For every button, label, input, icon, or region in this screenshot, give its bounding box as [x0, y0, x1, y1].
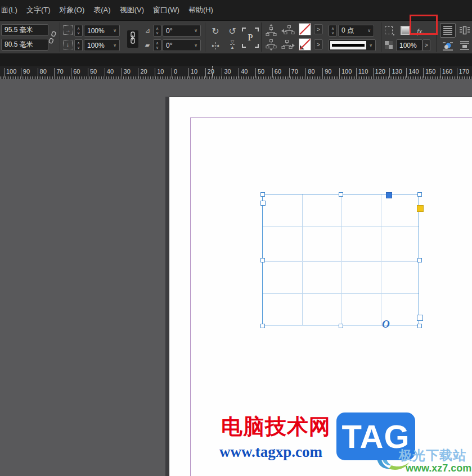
shear-combo[interactable]: 0°∨ — [163, 39, 201, 51]
dropdown-icon[interactable]: ∨ — [113, 28, 116, 33]
corner-options-icon[interactable] — [385, 26, 393, 34]
triangle-up: ▲ — [230, 44, 235, 50]
scale-x-stepper[interactable]: ∧∨ — [74, 25, 83, 37]
rotate-ccw-glyph: ↺ — [228, 26, 236, 37]
stroke-style-select[interactable]: ∨ — [329, 39, 376, 51]
menu-item-table[interactable]: 表(A) — [93, 5, 110, 15]
control-panel: 95.5 毫米 80.5 毫米 → ↓ ∧∨ ∧∨ 100%∨ 100%∨ ⊿ … — [0, 20, 472, 53]
rotate-ccw-icon[interactable]: ↺ — [226, 25, 239, 37]
selection-handle[interactable] — [417, 324, 422, 328]
select-container-icon[interactable] — [264, 24, 278, 36]
wrap-object-shape-button[interactable] — [440, 39, 456, 53]
menu-item-object[interactable]: 对象(O) — [60, 5, 85, 15]
stroke-weight-combo[interactable]: 0 点∨ — [338, 25, 374, 37]
select-next-object-icon[interactable] — [281, 39, 295, 51]
stepper-down-icon[interactable]: ∨ — [156, 31, 159, 35]
height-value: 80.5 毫米 — [5, 40, 33, 49]
wrap-bounding-box-button[interactable] — [458, 24, 471, 37]
divider — [205, 22, 205, 52]
width-value: 95.5 毫米 — [5, 25, 33, 35]
reference-point-icon[interactable]: P — [242, 28, 259, 48]
rotate-cw-icon[interactable]: ↻ — [209, 25, 222, 37]
stroke-options-button[interactable]: > — [314, 39, 323, 49]
width-field[interactable]: 95.5 毫米 — [1, 24, 48, 36]
select-previous-object-icon[interactable] — [281, 24, 295, 36]
menu-item-window[interactable]: 窗口(W) — [153, 5, 179, 15]
site-name: 极光下载站 — [399, 447, 466, 464]
corner-options-widget[interactable] — [417, 205, 424, 212]
stepper-up-icon[interactable]: ∧ — [156, 26, 159, 31]
reference-letter: P — [248, 33, 253, 43]
rotation-combo[interactable]: 0°∨ — [163, 25, 201, 37]
scale-x-combo[interactable]: 100%∨ — [84, 25, 120, 37]
horizontal-ruler[interactable]: 1009080706050403020100102030405060708090… — [0, 66, 472, 79]
select-content-icon[interactable] — [264, 39, 278, 51]
active-handle[interactable] — [386, 192, 392, 198]
dropdown-icon[interactable]: ∨ — [113, 43, 116, 48]
selection-handle[interactable] — [260, 324, 265, 328]
stepper-up-icon[interactable]: ∧ — [77, 41, 80, 46]
rotate-cw-glyph: ↻ — [212, 26, 219, 37]
selection-handle[interactable] — [417, 315, 423, 321]
height-field[interactable]: 80.5 毫米 — [1, 39, 48, 51]
triangle-glyph: ⊿ — [145, 27, 150, 34]
selection-handle[interactable] — [260, 258, 265, 262]
fill-options-button[interactable]: > — [314, 24, 323, 34]
wrap-jump-object-button[interactable] — [458, 39, 471, 52]
stepper-down-icon[interactable]: ∨ — [331, 31, 334, 35]
selection-handle[interactable] — [417, 192, 422, 197]
fill-swatch-none[interactable] — [299, 23, 311, 35]
stepper-down-icon[interactable]: ∨ — [77, 46, 80, 50]
stepper-down-icon[interactable]: ∨ — [156, 46, 159, 50]
divider — [381, 22, 381, 52]
opacity-more-button[interactable]: > — [422, 39, 430, 51]
constrain-proportions-icon[interactable] — [127, 30, 138, 48]
dropdown-icon[interactable]: ∨ — [369, 43, 372, 48]
rotation-stepper[interactable]: ∧∨ — [153, 25, 161, 37]
menu-item-type[interactable]: 文字(T) — [26, 5, 51, 15]
shear-stepper[interactable]: ∧∨ — [153, 39, 161, 51]
dropdown-icon[interactable]: ∨ — [367, 28, 371, 33]
table-row-line — [263, 261, 419, 262]
selection-handle[interactable] — [339, 324, 343, 328]
stroke-swatch-none[interactable] — [299, 38, 311, 51]
dropdown-icon[interactable]: ∨ — [194, 43, 197, 48]
stepper-up-icon[interactable]: ∧ — [77, 26, 80, 31]
selection-handle[interactable] — [417, 258, 422, 262]
document-page[interactable]: O 电脑技术网 www.tagxp.com TAG 极光下载站 www.xz7.… — [169, 97, 472, 476]
divider — [60, 22, 60, 52]
table-row-line — [263, 293, 419, 294]
rotation-angle-icon: ⊿ — [143, 26, 152, 35]
stepper-up-icon[interactable]: ∧ — [156, 41, 159, 46]
dropdown-icon[interactable]: ∨ — [194, 28, 197, 33]
scale-x-icon: → — [63, 25, 73, 35]
stepper-up-icon[interactable]: ∧ — [331, 26, 334, 31]
flip-horizontal-icon[interactable]: ▸◂ — [209, 40, 222, 51]
margin-guide-vertical — [190, 117, 191, 476]
stepper-down-icon[interactable]: ∨ — [77, 31, 80, 35]
triangle-right: ▸ — [212, 43, 215, 48]
dashed-axis — [215, 42, 216, 49]
opacity-field[interactable]: 100% — [396, 39, 422, 51]
menu-item-layout[interactable]: 面(L) — [1, 5, 17, 15]
shear-value: 0° — [166, 42, 172, 49]
menu-item-view[interactable]: 视图(V) — [120, 5, 144, 15]
stroke-weight-stepper[interactable]: ∧∨ — [329, 25, 337, 37]
wrap-none-button[interactable] — [440, 23, 456, 38]
selection-handle[interactable] — [260, 192, 265, 197]
opacity-value: 100% — [399, 42, 417, 49]
wrap-object-shape-icon — [442, 41, 454, 51]
corner-shape-icon[interactable] — [401, 26, 410, 35]
selection-handle[interactable] — [260, 201, 266, 206]
scale-y-stepper[interactable]: ∧∨ — [74, 39, 83, 51]
canvas-area[interactable]: O 电脑技术网 www.tagxp.com TAG 极光下载站 www.xz7.… — [0, 79, 472, 476]
table-frame[interactable]: O — [262, 194, 419, 325]
broken-link-icon[interactable] — [47, 30, 57, 46]
scale-y-combo[interactable]: 100%∨ — [84, 39, 120, 51]
shear-angle-icon: ▰ — [143, 41, 152, 49]
divider — [261, 22, 262, 52]
table-column-line — [302, 194, 303, 325]
flip-vertical-icon[interactable]: ▽▲ — [226, 39, 239, 52]
menu-item-help[interactable]: 帮助(H) — [188, 5, 213, 15]
selection-handle[interactable] — [339, 192, 343, 197]
